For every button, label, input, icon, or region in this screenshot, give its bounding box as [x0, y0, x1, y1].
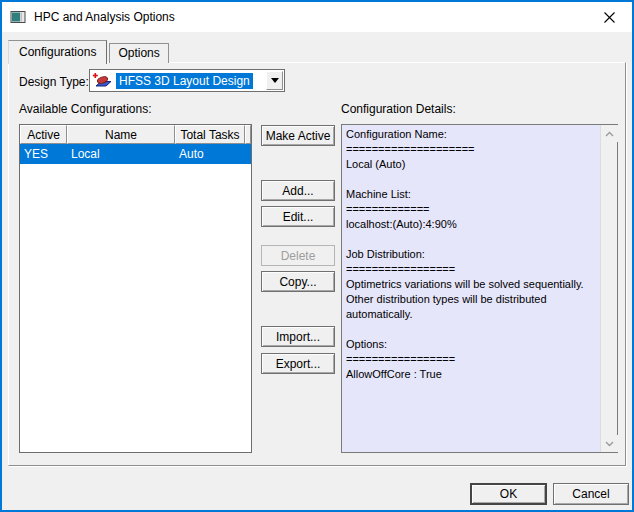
cell-total-tasks: Auto — [175, 147, 245, 161]
scroll-up-button[interactable] — [601, 125, 618, 142]
configurations-list: Active Name Total Tasks YES Local Auto — [19, 124, 252, 453]
table-row[interactable]: YES Local Auto — [20, 144, 251, 164]
configuration-details-text: Configuration Name: ====================… — [342, 125, 600, 452]
delete-button: Delete — [261, 245, 335, 266]
export-button[interactable]: Export... — [261, 353, 335, 374]
design-type-selected-value: HFSS 3D Layout Design — [116, 73, 253, 89]
configuration-details-label: Configuration Details: — [341, 102, 456, 116]
import-button[interactable]: Import... — [261, 326, 335, 347]
make-active-button[interactable]: Make Active — [261, 125, 335, 146]
add-button[interactable]: Add... — [261, 180, 335, 201]
window-title: HPC and Analysis Options — [34, 10, 175, 24]
tab-configurations[interactable]: Configurations — [8, 40, 107, 64]
details-scrollbar[interactable] — [600, 125, 617, 452]
edit-button[interactable]: Edit... — [261, 206, 335, 227]
cancel-button[interactable]: Cancel — [553, 483, 629, 505]
close-icon — [603, 11, 616, 24]
tab-label: Options — [118, 46, 159, 60]
chevron-down-icon — [271, 78, 279, 83]
copy-button[interactable]: Copy... — [261, 271, 335, 292]
tab-label: Configurations — [19, 45, 96, 59]
list-header: Active Name Total Tasks — [20, 125, 251, 144]
column-header-total-tasks[interactable]: Total Tasks — [175, 125, 245, 144]
chevron-down-icon — [605, 441, 614, 447]
tab-strip: Configurations Options — [8, 40, 169, 63]
combo-dropdown-button[interactable] — [266, 71, 283, 90]
app-window-icon — [10, 9, 26, 25]
configuration-details-panel: Configuration Name: ====================… — [341, 124, 618, 453]
column-header-filler — [245, 125, 251, 144]
close-button[interactable] — [587, 2, 632, 32]
column-header-active[interactable]: Active — [20, 125, 67, 144]
configurations-tab-page: Design Type: HFSS 3D Layout Design Avail… — [8, 62, 626, 466]
ok-button[interactable]: OK — [470, 483, 547, 505]
titlebar: HPC and Analysis Options — [2, 2, 632, 32]
column-header-name[interactable]: Name — [67, 125, 175, 144]
cell-name: Local — [67, 147, 175, 161]
tab-options[interactable]: Options — [109, 43, 168, 63]
available-configurations-label: Available Configurations: — [19, 102, 152, 116]
hpc-analysis-options-dialog: HPC and Analysis Options Configurations … — [0, 0, 634, 512]
scroll-down-button[interactable] — [601, 435, 618, 452]
cell-active: YES — [20, 147, 67, 161]
dialog-body: Configurations Options Design Type: HFSS — [2, 32, 632, 510]
hfss-3d-layout-design-icon — [92, 72, 114, 89]
design-type-combobox[interactable]: HFSS 3D Layout Design — [89, 69, 285, 92]
chevron-up-icon — [605, 131, 614, 137]
design-type-label: Design Type: — [19, 75, 89, 89]
